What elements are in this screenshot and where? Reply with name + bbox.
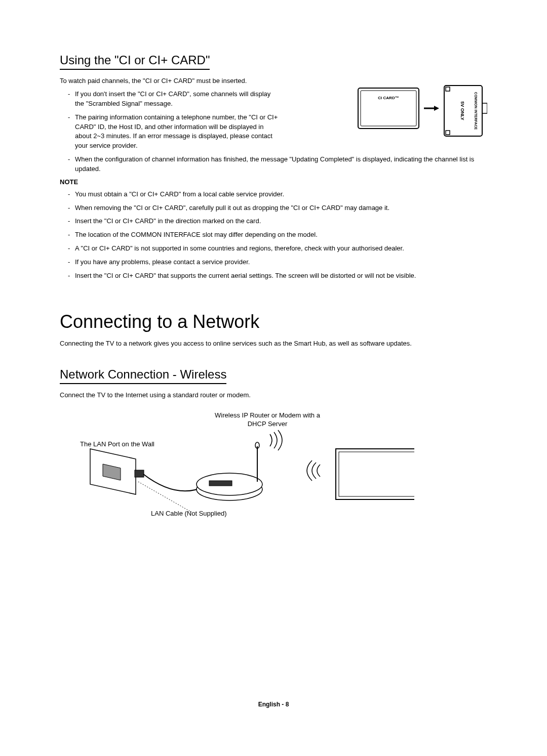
svg-rect-8 — [482, 103, 487, 113]
list-item: A "CI or CI+ CARD" is not supported in s… — [68, 244, 487, 254]
list-item: When the configuration of channel inform… — [68, 155, 487, 174]
svg-rect-7 — [446, 131, 450, 135]
wireless-diagram: Wireless IP Router or Modem with a DHCP … — [60, 411, 487, 522]
section-network-title: Connecting to a Network — [60, 311, 487, 332]
ci-full-bullets: When the configuration of channel inform… — [60, 155, 487, 174]
list-item: The location of the COMMON INTERFACE slo… — [68, 230, 487, 240]
network-intro: Connecting the TV to a network gives you… — [60, 340, 487, 347]
note-bullets: You must obtain a "CI or CI+ CARD" from … — [60, 190, 487, 281]
svg-rect-0 — [358, 88, 419, 129]
svg-rect-21 — [339, 452, 414, 496]
page-footer: English - 8 — [0, 701, 547, 708]
svg-rect-13 — [135, 470, 144, 477]
note-label: NOTE — [60, 178, 487, 186]
list-item: Insert the "CI or CI+ CARD" that support… — [68, 271, 487, 281]
section-wireless-title: Network Connection - Wireless — [60, 367, 226, 384]
svg-text:COMMON INTERFACE: COMMON INTERFACE — [474, 92, 478, 130]
section-ci-card: Using the "CI or CI+ CARD" To watch paid… — [60, 53, 487, 281]
ci-top-text: To watch paid channels, the "CI or CI+ C… — [60, 77, 346, 155]
svg-text:CI CARD™: CI CARD™ — [378, 96, 399, 100]
svg-marker-4 — [434, 106, 439, 111]
svg-line-14 — [138, 482, 191, 512]
section-ci-title: Using the "CI or CI+ CARD" — [60, 53, 210, 70]
ci-top-block: To watch paid channels, the "CI or CI+ C… — [60, 77, 487, 155]
wireless-intro: Connect the TV to the Internet using a s… — [60, 391, 487, 399]
ci-card-diagram: CI CARD™ 5V ONLY COMMON INTERFACE — [356, 83, 487, 141]
list-item: When removing the "CI or CI+ CARD", care… — [68, 203, 487, 213]
svg-text:5V ONLY: 5V ONLY — [460, 101, 465, 120]
ci-intro: To watch paid channels, the "CI or CI+ C… — [60, 77, 346, 85]
list-item: If you have any problems, please contact… — [68, 258, 487, 267]
section-wireless: Network Connection - Wireless Connect th… — [60, 367, 487, 522]
svg-rect-6 — [446, 87, 450, 91]
list-item: You must obtain a "CI or CI+ CARD" from … — [68, 190, 487, 199]
ci-top-bullets: If you don't insert the "CI or CI+ CARD"… — [60, 90, 346, 151]
svg-rect-17 — [209, 481, 232, 486]
list-item: If you don't insert the "CI or CI+ CARD"… — [68, 90, 281, 109]
list-item: Insert the "CI or CI+ CARD" in the direc… — [68, 217, 487, 226]
list-item: The pairing information containing a tel… — [68, 113, 281, 151]
